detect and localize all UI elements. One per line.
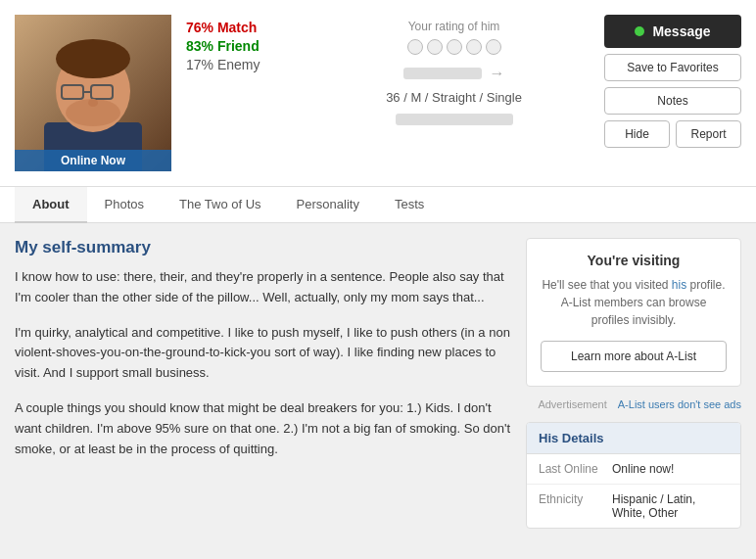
visiting-description: He'll see that you visited his profile. … bbox=[541, 276, 727, 329]
message-button[interactable]: Message bbox=[604, 15, 741, 48]
profile-paragraph-1: I know how to use: there, their, and the… bbox=[15, 267, 511, 308]
self-summary-title: My self-summary bbox=[15, 238, 511, 257]
last-online-label: Last Online bbox=[539, 462, 612, 476]
rating-section: Your rating of him → 36 / M / Straight /… bbox=[318, 15, 590, 125]
tab-tests[interactable]: Tests bbox=[377, 187, 442, 223]
star-2[interactable] bbox=[427, 39, 443, 55]
online-badge: Online Now bbox=[15, 150, 171, 171]
tab-about[interactable]: About bbox=[15, 187, 87, 223]
friend-percentage: 83% Friend bbox=[186, 38, 304, 54]
visiting-his-link[interactable]: his bbox=[672, 278, 686, 292]
match-percentage: 76% Match bbox=[186, 20, 304, 35]
tab-personality[interactable]: Personality bbox=[279, 187, 377, 223]
profile-photo bbox=[15, 15, 171, 171]
visiting-title-text: You're visiting bbox=[588, 253, 681, 268]
learn-more-alist-button[interactable]: Learn more about A-List bbox=[541, 341, 727, 372]
save-favorites-button[interactable]: Save to Favorites bbox=[604, 54, 741, 81]
star-1[interactable] bbox=[407, 39, 423, 55]
visiting-desc-part1: He'll see that you visited bbox=[542, 278, 668, 292]
left-column: My self-summary I know how to use: there… bbox=[15, 238, 511, 529]
report-button[interactable]: Report bbox=[676, 120, 741, 148]
star-4[interactable] bbox=[466, 39, 482, 55]
user-demographics: 36 / M / Straight / Single bbox=[318, 90, 590, 105]
enemy-percentage: 17% Enemy bbox=[186, 57, 304, 72]
visiting-title: You're visiting bbox=[541, 253, 727, 268]
svg-point-10 bbox=[88, 99, 98, 107]
message-label: Message bbox=[652, 23, 710, 39]
star-5[interactable] bbox=[486, 39, 501, 55]
online-dot bbox=[635, 26, 644, 36]
visiting-desc-part2: profile. bbox=[690, 278, 726, 292]
visiting-box: You're visiting He'll see that you visit… bbox=[526, 238, 741, 387]
main-content: My self-summary I know how to use: there… bbox=[0, 223, 756, 543]
tab-two-of-us[interactable]: The Two of Us bbox=[162, 187, 279, 223]
star-3[interactable] bbox=[447, 39, 462, 55]
arrow-icon: → bbox=[490, 65, 505, 82]
profile-header: Online Now 76% Match 83% Friend 17% Enem… bbox=[0, 0, 756, 187]
ethnicity-row: Ethnicity Hispanic / Latin, White, Other bbox=[527, 485, 740, 528]
ad-label: Advertisement bbox=[538, 398, 606, 410]
details-box: His Details Last Online Online now! Ethn… bbox=[526, 422, 741, 529]
tab-photos[interactable]: Photos bbox=[87, 187, 162, 223]
advertisement-note: Advertisement A-List users don't see ads bbox=[526, 398, 741, 410]
ethnicity-value: Hispanic / Latin, White, Other bbox=[612, 492, 729, 520]
profile-paragraph-3: A couple things you should know that mig… bbox=[15, 398, 511, 459]
last-online-row: Last Online Online now! bbox=[527, 454, 740, 485]
last-online-value: Online now! bbox=[612, 462, 674, 476]
notes-button[interactable]: Notes bbox=[604, 87, 741, 115]
ethnicity-label: Ethnicity bbox=[539, 492, 612, 520]
avatar-wrap: Online Now bbox=[15, 15, 171, 171]
rating-label: Your rating of him bbox=[318, 20, 590, 33]
alist-no-ads-link[interactable]: A-List users don't see ads bbox=[618, 398, 741, 410]
blurred-location bbox=[396, 114, 513, 125]
details-header: His Details bbox=[527, 423, 740, 454]
profile-paragraph-2: I'm quirky, analytical and competitive. … bbox=[15, 323, 511, 384]
hide-report-row: Hide Report bbox=[604, 120, 741, 148]
star-rating[interactable] bbox=[318, 39, 590, 55]
tabs-bar: About Photos The Two of Us Personality T… bbox=[0, 187, 756, 223]
svg-point-5 bbox=[56, 39, 130, 78]
match-info: 76% Match 83% Friend 17% Enemy bbox=[186, 15, 304, 72]
action-buttons: Message Save to Favorites Notes Hide Rep… bbox=[604, 15, 741, 148]
blurred-username bbox=[403, 68, 482, 79]
hide-button[interactable]: Hide bbox=[604, 120, 670, 148]
right-column: You're visiting He'll see that you visit… bbox=[526, 238, 741, 529]
visiting-desc-line2: A-List members can browse profiles invis… bbox=[561, 296, 707, 327]
